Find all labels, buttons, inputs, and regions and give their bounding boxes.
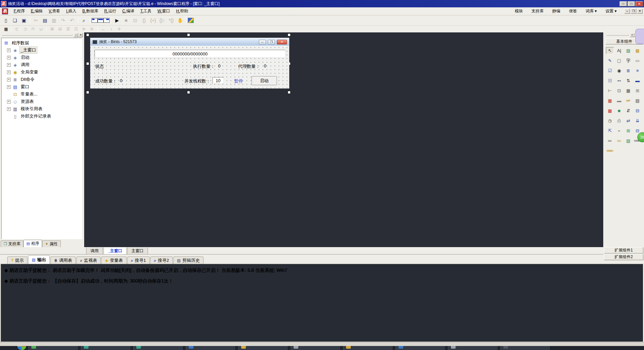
copy-button[interactable]: ▤ (40, 16, 49, 25)
menu-item[interactable]: E.编辑 (28, 7, 45, 15)
form-designer-canvas[interactable]: 抽奖 - Bints - 521573 ─ ❐ ✕ 0000000/000000… (84, 32, 603, 247)
hscrollbar-icon[interactable]: ◄► (615, 77, 623, 84)
window-component-icon[interactable]: ⊟ (634, 107, 642, 114)
taskbar-item[interactable] (395, 346, 446, 350)
expand-icon[interactable]: + (7, 56, 11, 59)
taskbar-item[interactable] (28, 346, 78, 350)
menu-right-item[interactable]: 模块 (510, 7, 527, 15)
panel-float-button[interactable]: □ (74, 33, 78, 37)
timer-icon[interactable]: ◷ (606, 117, 614, 124)
form-minimize-button[interactable]: ─ (259, 40, 266, 44)
label-icon[interactable]: A| (615, 47, 623, 54)
taskbar-item[interactable] (238, 346, 288, 350)
align-right-button[interactable]: ⊐ (21, 26, 29, 32)
taskbar-item[interactable] (81, 346, 131, 350)
align-left-button[interactable]: ⊏ (13, 26, 21, 32)
pause-button[interactable]: ✋ (176, 16, 185, 25)
paste-button[interactable]: ▥ (49, 16, 58, 25)
size-height-button[interactable]: ↕ (107, 26, 115, 32)
image-box-icon[interactable]: ▧ (624, 137, 632, 144)
start-button[interactable]: 启动 (252, 76, 277, 85)
panel-grip[interactable] (606, 34, 629, 35)
value-spinner-icon[interactable]: ⇵ (624, 107, 632, 114)
panel-close-button[interactable]: ✕ (78, 33, 83, 37)
animation-icon[interactable]: ▦ (624, 87, 632, 94)
selection-handle[interactable] (187, 33, 190, 36)
checklist-icon[interactable]: ☷ (606, 77, 614, 84)
updown-icon[interactable]: ⇅ (624, 77, 632, 84)
combobox-icon[interactable]: ≣ (624, 67, 632, 74)
tree-root[interactable]: ⊞ 程序数据 (2, 39, 81, 46)
net-client-icon[interactable]: ⇱ (606, 127, 614, 134)
selection-handle[interactable] (187, 91, 190, 94)
counter-edit-box[interactable]: 0000000/0000000 (95, 50, 286, 58)
slider-icon[interactable]: ⊢ (606, 87, 614, 94)
align-top-button[interactable]: ⊓ (29, 26, 37, 32)
expand-icon[interactable]: + (7, 48, 11, 52)
debug-button[interactable]: ⊡ (131, 16, 140, 25)
net-exchange-icon[interactable]: ⇄ (624, 117, 632, 124)
pointer-icon[interactable]: ↖ (606, 47, 614, 54)
run-to-cursor-button[interactable]: *{} (167, 16, 176, 25)
data-table-icon[interactable]: ⊞ (624, 127, 632, 134)
step-into-button[interactable]: {} (140, 16, 149, 25)
close-button[interactable]: ✕ (636, 1, 643, 6)
grid-toggle-button[interactable]: ▦ (2, 26, 10, 32)
menu-item[interactable]: C.编译 (119, 7, 137, 15)
menu-right-item[interactable]: 词库 ▾ (581, 7, 601, 15)
edit-box-icon[interactable]: ✎ (606, 57, 614, 64)
expand-icon[interactable]: + (7, 85, 11, 89)
taskbar-item[interactable] (133, 346, 183, 350)
assistant-button[interactable] (188, 18, 194, 23)
user-component-icon[interactable]: ☻ (615, 107, 623, 114)
output-tab-output[interactable]: ▤ 输出 (28, 255, 49, 264)
form-title-bar[interactable]: 抽奖 - Bints - 521573 ─ ❐ ✕ (91, 38, 289, 46)
open-button[interactable]: ❏ (10, 16, 19, 25)
serial-port-icon[interactable]: ⌁ (615, 127, 623, 134)
save-button[interactable]: ▣ (19, 16, 28, 25)
tab-program[interactable]: ▤ 程序 (23, 240, 42, 247)
tab-properties[interactable]: ✦ 属性 (42, 240, 60, 247)
list-doc-icon[interactable]: ≔ (606, 137, 614, 144)
taskbar-item[interactable] (291, 346, 341, 350)
cut-button[interactable]: ✂ (31, 16, 40, 25)
redo-button[interactable]: ↷ (58, 16, 67, 25)
extended-components2-button[interactable]: 扩展组件2 (604, 254, 643, 260)
same-width-button[interactable]: ⊫ (80, 26, 88, 32)
assistant-side-flap[interactable] (635, 29, 644, 44)
media-view-icon[interactable]: ⊞ (634, 87, 642, 94)
extended-components1-button[interactable]: 扩展组件1 (604, 247, 643, 253)
expand-icon[interactable]: + (7, 100, 11, 104)
menu-item[interactable]: V.查看 (46, 7, 63, 15)
expand-icon[interactable]: + (7, 78, 11, 81)
tree-item-resources[interactable]: + ◇ 资源表 (2, 98, 81, 105)
document-icon[interactable]: ▤ (634, 97, 642, 104)
form-maximize-button[interactable]: ❐ (268, 40, 275, 44)
tab-control-icon[interactable]: ⊡ (615, 87, 623, 94)
selection-handle[interactable] (288, 91, 291, 94)
menu-item[interactable]: H.帮助 (173, 7, 191, 15)
card-icon[interactable]: ▬ (615, 97, 623, 104)
group-box-icon[interactable]: ▢ (615, 57, 623, 64)
tree-item-external-files[interactable]: + ▯ 外部文件记录表 (2, 113, 81, 120)
mdi-window-button[interactable]: ❐ (631, 9, 636, 14)
designer-tab-window[interactable]: 主窗口 (127, 247, 148, 255)
menu-right-item[interactable]: 便签 (565, 7, 581, 15)
panel-icon[interactable]: ▭ (634, 57, 642, 64)
form-close-button[interactable]: ✕ (277, 40, 287, 44)
menu-right-item[interactable]: 支持库 (527, 7, 548, 15)
taskbar-item[interactable] (448, 346, 498, 350)
size-both-button[interactable]: ✛ (115, 26, 123, 32)
tree-item-dll-commands[interactable]: + ≣ Dll命令 (2, 76, 81, 83)
taskbar-item[interactable] (186, 346, 236, 350)
expand-icon[interactable]: + (7, 107, 11, 111)
space-down-button[interactable]: ☷ (72, 26, 80, 32)
step-out-button[interactable]: {}↑ (158, 16, 167, 25)
find-button[interactable]: ⌕ (79, 16, 89, 25)
listbox-icon[interactable]: ≡ (634, 67, 642, 74)
designer-tab-call[interactable]: 调用 (86, 247, 103, 255)
output-tab-calls[interactable]: ⋕ 调用表 (50, 256, 76, 264)
mdi-window-button[interactable]: ✕ (637, 9, 643, 14)
selection-handle[interactable] (86, 33, 89, 36)
printer-icon[interactable]: ⎙ (615, 117, 623, 124)
